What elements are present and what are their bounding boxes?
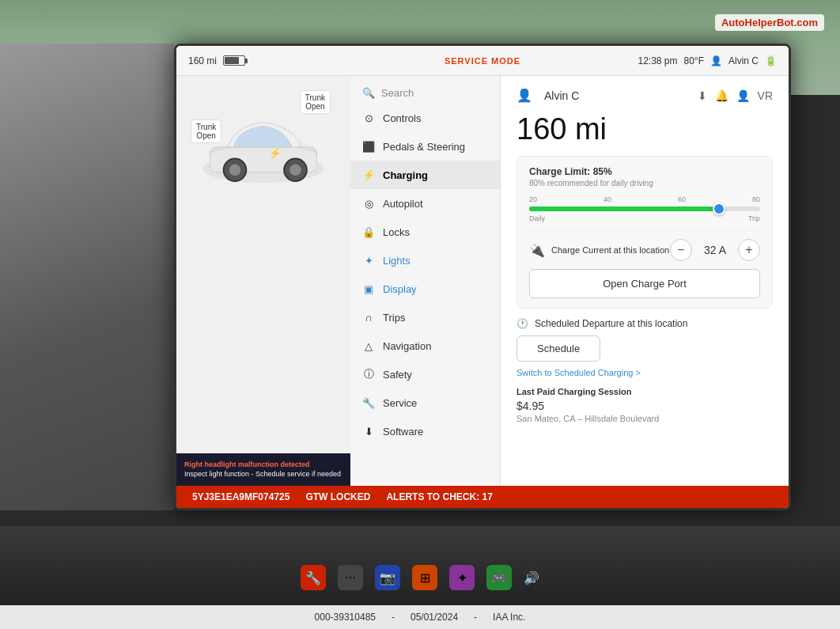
sidebar-item-autopilot[interactable]: ◎ Autopilot: [350, 189, 500, 218]
status-temp: 80°F: [684, 55, 704, 66]
slider-track[interactable]: [529, 207, 760, 211]
content-panel: 👤 Alvin C ⬇ 🔔 👤 VR 160 mi Charge Limit: …: [501, 76, 789, 486]
lights-label: Lights: [383, 255, 411, 267]
sidebar-item-service[interactable]: 🔧 Service: [350, 388, 500, 417]
charge-increase-button[interactable]: +: [738, 239, 760, 261]
bottom-info-bar: 000-39310485 - 05/01/2024 - IAA Inc.: [0, 605, 840, 629]
plug-icon: 🔌: [529, 243, 545, 258]
svg-text:⚡: ⚡: [269, 147, 282, 160]
taskbar-wrench-icon[interactable]: 🔧: [301, 565, 326, 590]
taskbar-game-icon[interactable]: 🎮: [486, 565, 512, 590]
scheduled-departure-row: 🕐 Scheduled Departure at this location: [516, 318, 773, 329]
last-paid-location: San Mateo, CA – Hillsdale Boulevard: [516, 414, 773, 423]
switch-charging-link[interactable]: Switch to Scheduled Charging >: [516, 368, 773, 377]
status-left: 160 mi: [188, 55, 245, 66]
controls-icon: ⊙: [362, 112, 375, 124]
display-label: Display: [383, 283, 417, 295]
display-icon: ▣: [362, 282, 375, 295]
sale-date: 05/01/2024: [411, 612, 458, 623]
status-user: Alvin C: [728, 55, 759, 66]
charging-icon: ⚡: [362, 169, 375, 181]
sidebar-item-software[interactable]: ⬇ Software: [350, 417, 500, 445]
charge-decrease-button[interactable]: −: [670, 239, 692, 261]
order-number: 000-39310485: [315, 612, 376, 623]
slider-fill: [529, 207, 725, 211]
car-image: ⚡: [192, 100, 335, 195]
safety-label: Safety: [383, 369, 412, 381]
svg-point-3: [229, 165, 240, 176]
sidebar-item-trips[interactable]: ∩ Trips: [350, 303, 500, 332]
car-panel: TrunkOpen TrunkOpen: [176, 76, 350, 486]
scheduled-departure-label: Scheduled Departure at this location: [535, 318, 687, 329]
locks-label: Locks: [383, 226, 410, 238]
pedals-label: Pedals & Steering: [383, 141, 465, 153]
charging-label: Charging: [383, 169, 428, 181]
sidebar-item-lights[interactable]: ✦ Lights: [350, 246, 500, 275]
person-icon: 👤: [736, 89, 750, 102]
battery-icon: [223, 55, 245, 66]
separator2: -: [474, 612, 477, 623]
user-header: 👤 Alvin C ⬇ 🔔 👤 VR: [516, 88, 773, 103]
slider-label-60: 60: [678, 195, 686, 203]
slider-footer-trip: Trip: [748, 214, 760, 222]
last-paid-label: Last Paid Charging Session: [516, 387, 773, 396]
last-paid-amount: $4.95: [516, 400, 773, 412]
alert-banner: Right headlight malfunction detected Ins…: [176, 453, 350, 486]
volume-icon[interactable]: 🔊: [524, 570, 539, 585]
main-content: TrunkOpen TrunkOpen: [176, 76, 789, 486]
search-icon: 🔍: [362, 87, 375, 99]
charge-current-row: 🔌 Charge Current at this location − 32 A…: [529, 230, 760, 261]
open-charge-port-button[interactable]: Open Charge Port: [529, 269, 760, 298]
taskbar-star-icon[interactable]: ✦: [449, 565, 475, 590]
charge-current-control: − 32 A +: [670, 239, 760, 261]
taskbar-dots-icon[interactable]: ···: [338, 565, 363, 590]
locks-icon: 🔒: [362, 225, 375, 238]
nav-menu: 🔍 Search ⊙ Controls ⬛ Pedals & Steering …: [350, 76, 501, 486]
slider-footer: Daily Trip: [529, 214, 760, 222]
vin-text: 5YJ3E1EA9MF074725: [192, 491, 289, 502]
range-display: 160 mi: [516, 112, 773, 146]
schedule-button[interactable]: Schedule: [516, 335, 600, 362]
bell-icon: 🔔: [715, 89, 728, 102]
slider-footer-daily: Daily: [529, 214, 545, 222]
alert-sub: Inspect light function - Schedule servic…: [184, 469, 342, 479]
slider-label-80: 80: [752, 195, 760, 203]
controls-label: Controls: [383, 112, 421, 124]
gtw-text: GTW LOCKED: [305, 491, 370, 502]
sidebar-item-controls[interactable]: ⊙ Controls: [350, 104, 500, 132]
charge-limit-sublabel: 80% recommended for daily driving: [529, 179, 760, 188]
sidebar-item-locks[interactable]: 🔒 Locks: [350, 218, 500, 246]
sidebar-item-navigation[interactable]: △ Navigation: [350, 332, 500, 360]
taskbar-grid-icon[interactable]: ⊞: [412, 565, 437, 590]
autopilot-icon: ◎: [362, 197, 375, 210]
software-label: Software: [383, 426, 423, 438]
sidebar-item-safety[interactable]: ⓘ Safety: [350, 360, 500, 388]
sidebar-item-pedals[interactable]: ⬛ Pedals & Steering: [350, 132, 500, 161]
status-right: 12:38 pm 80°F 👤 Alvin C 🔋: [638, 55, 777, 66]
safety-icon: ⓘ: [362, 368, 375, 381]
alerts-text: ALERTS TO CHECK: 17: [386, 491, 492, 502]
alert-title: Right headlight malfunction detected: [184, 460, 342, 470]
sidebar-item-display[interactable]: ▣ Display: [350, 275, 500, 303]
slider-labels: 20 40 60 80: [529, 195, 760, 203]
user-action-icons: ⬇ 🔔 👤 VR: [698, 89, 773, 102]
service-icon: 🔧: [362, 396, 375, 409]
sidebar-item-charging[interactable]: ⚡ Charging: [350, 161, 500, 189]
charge-slider-container[interactable]: 20 40 60 80 Daily Trip: [529, 195, 760, 222]
company-name: IAA Inc.: [493, 612, 525, 623]
trips-label: Trips: [383, 312, 405, 324]
trips-icon: ∩: [362, 311, 375, 324]
download-icon: ⬇: [698, 89, 707, 102]
charge-limit-card: Charge Limit: 85% 80% recommended for da…: [516, 156, 773, 309]
battery-small-icon: 🔋: [765, 55, 777, 66]
status-bar: 160 mi SERVICE MODE 12:38 pm 80°F 👤 Alvi…: [176, 46, 789, 76]
svg-point-5: [289, 165, 301, 176]
trunk-label-left: TrunkOpen: [191, 119, 221, 143]
search-bar[interactable]: 🔍 Search: [350, 82, 500, 104]
lights-icon: ✦: [362, 254, 375, 267]
slider-thumb[interactable]: [713, 203, 725, 215]
charge-current-value: 32 A: [704, 244, 726, 256]
clock-icon: 🕐: [516, 318, 528, 329]
charge-current-label: Charge Current at this location: [551, 245, 670, 255]
taskbar-camera-icon[interactable]: 📷: [375, 565, 400, 590]
